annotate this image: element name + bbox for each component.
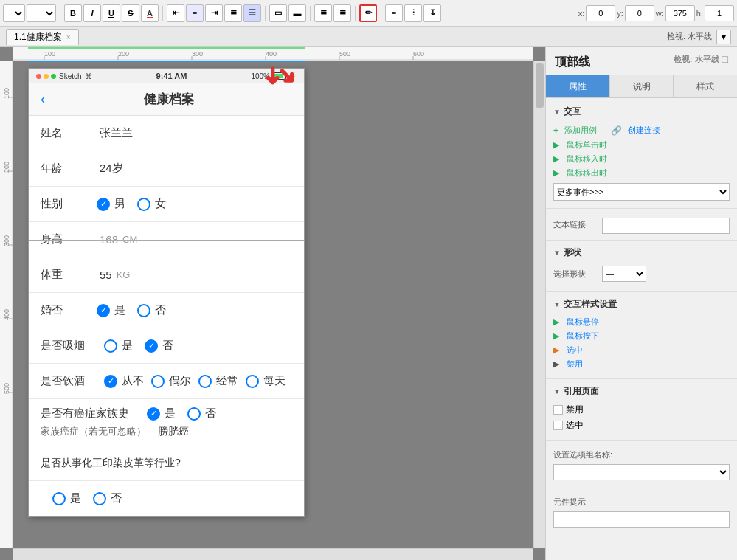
canvas-content[interactable]: Sketch ⌘ 9:41 AM 100% ⚡ ‹ 健康档案 [13,61,533,548]
section-cite-header[interactable]: ▼ 引用页面 [546,382,737,401]
section-hint-body: 元件提示 [546,491,737,532]
add-case-link[interactable]: 添加用例 [564,125,597,136]
cancer-no-item[interactable]: 否 [187,407,216,421]
tab-close-button[interactable]: × [66,33,71,41]
style-select[interactable]: Normal [3,4,25,22]
align-active-button[interactable]: ☰ [243,4,261,22]
pen-button[interactable]: ✏ [359,4,377,22]
list2-button[interactable]: ≣ [333,4,351,22]
industry-no-label: 否 [111,491,122,505]
more-events-select[interactable]: 更多事件>>> [553,183,730,201]
col-layout-button[interactable]: ≡ [385,4,403,22]
group-name-select[interactable] [553,464,730,480]
smoking-yes-item[interactable]: 是 [104,339,133,353]
section-int-style-header[interactable]: ▼ 交互样式设置 [546,295,737,314]
style-mousedown-link[interactable]: 鼠标按下 [567,331,599,342]
row-industry: 是否从事化工印染皮革等行业? [29,446,304,481]
label-drinking: 是否饮酒 [41,374,92,388]
drinking-occ-item[interactable]: 偶尔 [151,374,191,388]
font-size-select[interactable]: 13 [27,4,56,22]
tab-dropdown-button[interactable]: ▼ [716,30,731,44]
shape-select[interactable]: — [602,266,646,282]
industry-yes-item[interactable]: 是 [52,491,81,505]
smoking-no-item[interactable]: 否 [145,339,173,353]
list-button[interactable]: ≣ [314,4,332,22]
grid-button[interactable]: ⋮ [404,4,422,22]
cancer-no-label: 否 [205,407,216,421]
page-tab[interactable]: 1.1健康档案 × [6,29,79,45]
married-no-item[interactable]: 否 [137,303,166,317]
w-input[interactable] [665,5,695,21]
gender-male-radio[interactable] [97,198,110,211]
industry-no-radio[interactable] [93,492,106,505]
industry-yes-label: 是 [70,491,81,505]
drinking-often-radio[interactable] [198,375,212,388]
underline-button[interactable]: U [103,4,120,22]
label-name: 姓名 [41,126,85,140]
hint-input[interactable] [553,511,730,528]
scrollbar-vertical[interactable] [533,61,545,548]
style-hover-row: ▶ 鼠标悬停 [553,315,730,329]
border2-button[interactable]: ▬ [288,4,306,22]
row-smoking: 是否吸烟 是 否 [29,328,304,364]
section-int-style-label: 交互样式设置 [564,298,617,311]
hint-label: 元件提示 [553,497,598,508]
gender-female-item[interactable]: 女 [137,197,166,211]
tab-description[interactable]: 说明 [610,75,674,97]
drinking-never-item[interactable]: 从不 [104,374,144,388]
y-input[interactable] [625,5,654,21]
cite-selected-checkbox[interactable] [553,421,563,430]
border-button[interactable]: ▭ [269,4,287,22]
indent-button[interactable]: ↧ [423,4,441,22]
style-selected-link[interactable]: 选中 [567,345,583,356]
style-disabled-link[interactable]: 禁用 [567,359,583,370]
drinking-occ-radio[interactable] [151,375,165,388]
drinking-daily-radio[interactable] [246,375,259,388]
gender-female-radio[interactable] [137,198,150,211]
h-input[interactable] [705,5,734,21]
scrollbar-v-thumb[interactable] [536,63,544,108]
cancer-yes-radio[interactable] [147,407,160,421]
gender-male-item[interactable]: 男 [97,197,125,211]
event-leave-label[interactable]: 鼠标移出时 [567,167,607,179]
drinking-daily-item[interactable]: 每天 [246,374,286,388]
align-center-button[interactable]: ≡ [186,4,204,22]
event-click-label[interactable]: 鼠标单击时 [567,139,607,151]
event-enter-label[interactable]: 鼠标移入时 [567,153,607,165]
section-shape-header[interactable]: ▼ 形状 [546,243,737,262]
cancer-no-radio[interactable] [187,407,201,421]
section-interaction-header[interactable]: ▼ 交互 [546,103,737,121]
tab-properties[interactable]: 属性 [546,75,610,97]
main-area: 100 200 300 400 500 600 100 [0,47,737,560]
bold-button[interactable]: B [64,4,82,22]
font-color-button[interactable]: A [141,4,159,22]
scrollbar-horizontal[interactable] [13,548,533,560]
married-yes-item[interactable]: 是 [97,303,125,317]
smoking-yes-radio[interactable] [104,339,117,353]
text-link-input[interactable] [602,218,730,234]
cite-disable-checkbox[interactable] [553,405,563,415]
tabbar: 1.1健康档案 × 检视: 水平线 ▼ [0,27,737,47]
section-cite-arrow: ▼ [553,387,561,395]
svg-text:300: 300 [192,50,203,58]
italic-button[interactable]: I [83,4,101,22]
drinking-never-radio[interactable] [104,375,117,388]
strikethrough-button[interactable]: S [122,4,139,22]
married-no-radio[interactable] [137,304,150,317]
align-justify-button[interactable]: ≣ [224,4,242,22]
canvas-area[interactable]: 100 200 300 400 500 600 100 [0,47,545,560]
tab-style[interactable]: 样式 [674,75,737,97]
married-yes-radio[interactable] [97,304,110,317]
smoking-no-radio[interactable] [145,339,158,353]
x-input[interactable] [586,5,615,21]
industry-yes-radio[interactable] [52,492,66,505]
align-left-button[interactable]: ⇤ [167,4,184,22]
cancer-sub-value: 膀胱癌 [158,425,189,438]
label-smoking: 是否吸烟 [41,339,92,353]
drinking-often-item[interactable]: 经常 [198,374,238,388]
industry-no-item[interactable]: 否 [93,491,122,505]
cancer-yes-item[interactable]: 是 [147,407,176,421]
align-right-button[interactable]: ⇥ [205,4,223,22]
create-link-link[interactable]: 创建连接 [628,125,660,136]
style-hover-link[interactable]: 鼠标悬停 [567,317,599,328]
